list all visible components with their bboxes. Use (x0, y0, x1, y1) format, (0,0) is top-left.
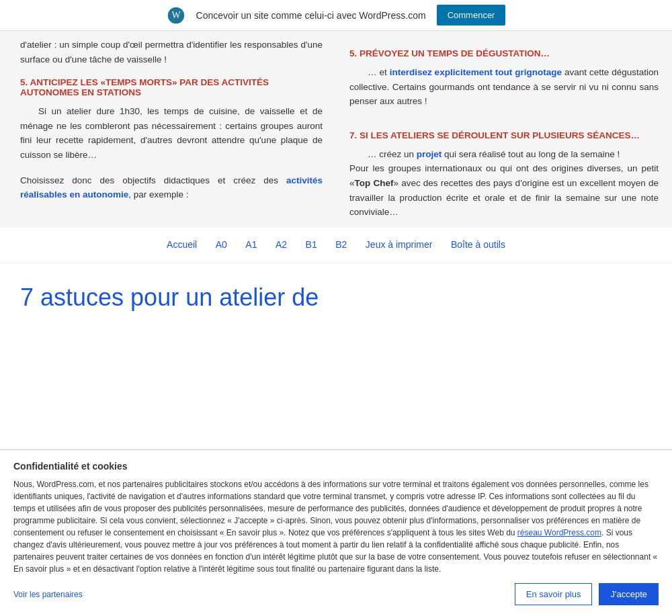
section7-para2: Pour les groupes internationaux ou qui o… (349, 161, 659, 219)
nav-accueil[interactable]: Accueil (167, 239, 197, 250)
section5-right-para: … et interdisez explicitement tout grign… (349, 65, 659, 109)
nav-b2[interactable]: B2 (335, 239, 347, 250)
section5-para2: Choisissez donc des objectifs didactique… (20, 173, 323, 202)
nav-a2[interactable]: A2 (276, 239, 287, 250)
nav-a0[interactable]: A0 (216, 239, 227, 250)
section5-right-title: 5. PRÉVOYEZ UN TEMPS DE DÉGUSTATION… (349, 48, 659, 58)
article-title: 7 astuces pour un atelier de (20, 283, 652, 312)
top-chef-bold: Top Chef (355, 178, 394, 188)
nav-a1[interactable]: A1 (245, 239, 257, 250)
nav-bar: Accueil A0 A1 A2 B1 B2 Jeux à imprimer B… (0, 226, 672, 263)
right-column: 5. PRÉVOYEZ UN TEMPS DE DÉGUSTATION… … e… (336, 31, 672, 226)
article-title-section: 7 astuces pour un atelier de (0, 263, 672, 318)
nav-boite[interactable]: Boîte à outils (451, 239, 505, 250)
commencer-button[interactable]: Commencer (437, 5, 506, 26)
main-content: d'atelier : un simple coup d'œil permett… (0, 31, 672, 226)
wordpress-topbar: W Concevoir un site comme celui-ci avec … (0, 0, 672, 31)
wordpress-logo-icon: W (167, 6, 185, 25)
nav-b1[interactable]: B1 (306, 239, 317, 250)
section7-para1: … créez un projet qui sera réalisé tout … (349, 147, 659, 162)
left-column: d'atelier : un simple coup d'œil permett… (0, 31, 336, 226)
section7-title: 7. SI LES ATELIERS SE DÉROULENT SUR PLUS… (349, 130, 659, 140)
intro-text-left: d'atelier : un simple coup d'œil permett… (20, 38, 323, 67)
section5-para1: Si un atelier dure 1h30, les temps de cu… (20, 104, 323, 162)
nav-jeux[interactable]: Jeux à imprimer (366, 239, 433, 250)
section5-title: 5. ANTICIPEZ LES «TEMPS MORTS» PAR DES A… (20, 77, 323, 97)
svg-text:W: W (171, 10, 181, 20)
topbar-text: Concevoir un site comme celui-ci avec Wo… (196, 10, 426, 21)
